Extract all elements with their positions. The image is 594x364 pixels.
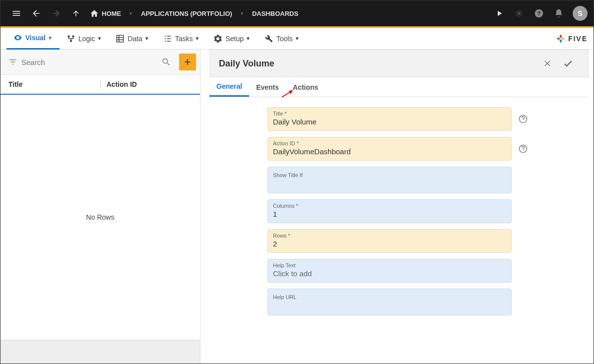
deploy-icon[interactable] (509, 3, 529, 23)
field-label: Action ID * (273, 140, 506, 146)
chevron-icon (125, 10, 137, 16)
field-value: Click to add (273, 269, 506, 279)
field-label: Title * (273, 111, 506, 117)
tab-label: Tools (276, 35, 293, 43)
tab-actions[interactable]: Actions (286, 77, 325, 97)
field-label: Rows * (273, 233, 506, 239)
tab-label: Data (128, 35, 142, 43)
svg-point-4 (72, 35, 74, 38)
topbar: HOME APPLICATIONS (PORTFOLIO) DASHBOARDS… (0, 0, 594, 26)
close-button[interactable] (537, 59, 557, 68)
column-action-id[interactable]: Action ID (107, 80, 193, 88)
field-help-icon[interactable] (516, 114, 530, 124)
save-button[interactable] (557, 58, 579, 69)
list-footer (0, 340, 200, 364)
search-icon[interactable] (157, 57, 175, 67)
add-button[interactable] (179, 54, 196, 70)
breadcrumb-home-label: HOME (102, 10, 121, 17)
no-rows-message: No Rows (0, 95, 200, 340)
field-rows[interactable]: Rows * 2 (267, 229, 512, 253)
back-icon[interactable] (26, 3, 46, 23)
right-panel: Daily Volume General Events Actions Titl… (200, 50, 594, 364)
detail-header: Daily Volume (209, 50, 589, 77)
field-title[interactable]: Title * Daily Volume (267, 107, 512, 131)
avatar[interactable]: S (573, 6, 588, 21)
help-icon[interactable]: ? (529, 3, 549, 23)
search-input[interactable] (21, 58, 157, 66)
play-icon[interactable] (489, 3, 509, 23)
column-title[interactable]: Title (8, 80, 94, 88)
breadcrumb-dashboards-label: DASHBOARDS (252, 10, 298, 17)
field-label: Columns * (273, 203, 506, 209)
tab-label: Tasks (175, 35, 193, 43)
svg-point-5 (70, 40, 72, 42)
field-label: Help URL (273, 294, 506, 300)
field-value: Daily Volume (273, 118, 506, 127)
field-label: Show Title If (273, 172, 506, 178)
form-area: Title * Daily Volume Action ID * DailyVo… (209, 97, 589, 364)
field-columns[interactable]: Columns * 1 (267, 199, 512, 223)
column-divider (100, 80, 101, 89)
tab-setup[interactable]: Setup▼ (206, 28, 258, 50)
menu-icon[interactable] (6, 3, 26, 23)
bell-icon[interactable] (549, 3, 569, 23)
tab-logic[interactable]: Logic▼ (60, 28, 109, 50)
detail-tabs: General Events Actions (209, 77, 589, 97)
search-bar (0, 50, 200, 75)
field-value: 2 (273, 240, 506, 249)
svg-text:?: ? (537, 10, 540, 16)
tab-tools[interactable]: Tools▼ (258, 28, 307, 50)
tab-events[interactable]: Events (249, 77, 286, 97)
forward-icon (46, 3, 66, 23)
tab-data[interactable]: Data▼ (109, 28, 156, 50)
up-icon[interactable] (66, 3, 86, 23)
tab-label: Setup (225, 35, 244, 43)
breadcrumb-home[interactable]: HOME (86, 9, 125, 18)
svg-point-3 (67, 35, 70, 38)
list-header: Title Action ID (0, 75, 200, 95)
breadcrumb-applications-label: APPLICATIONS (PORTFOLIO) (141, 10, 232, 17)
detail-title: Daily Volume (219, 59, 274, 69)
field-help-url[interactable]: Help URL (267, 289, 512, 315)
brand-logo: FIVE (555, 33, 588, 44)
breadcrumb-applications[interactable]: APPLICATIONS (PORTFOLIO) (137, 10, 236, 17)
main-tabbar: Visual▼ Logic▼ Data▼ Tasks▼ Setup▼ Tools… (0, 28, 594, 50)
field-show-title-if[interactable]: Show Title If (267, 167, 512, 193)
filter-icon[interactable] (4, 58, 21, 66)
field-help-text[interactable]: Help Text Click to add (267, 259, 512, 283)
chevron-icon (236, 10, 248, 16)
brand-text: FIVE (568, 35, 588, 43)
field-action-id[interactable]: Action ID * DailyVolumeDashboard (267, 137, 512, 161)
tab-label: Visual (25, 34, 46, 42)
field-label: Help Text (273, 262, 506, 268)
breadcrumb-dashboards[interactable]: DASHBOARDS (248, 10, 302, 17)
field-value: DailyVolumeDashboard (273, 147, 506, 157)
field-value: 1 (273, 210, 506, 220)
field-help-icon[interactable] (516, 144, 530, 154)
tab-visual[interactable]: Visual▼ (6, 28, 60, 50)
tab-tasks[interactable]: Tasks▼ (156, 28, 207, 50)
left-panel: Title Action ID No Rows (0, 50, 200, 364)
tab-general[interactable]: General (209, 77, 249, 97)
main-area: Title Action ID No Rows Daily Volume Gen… (0, 50, 594, 364)
tab-label: Logic (78, 35, 95, 43)
